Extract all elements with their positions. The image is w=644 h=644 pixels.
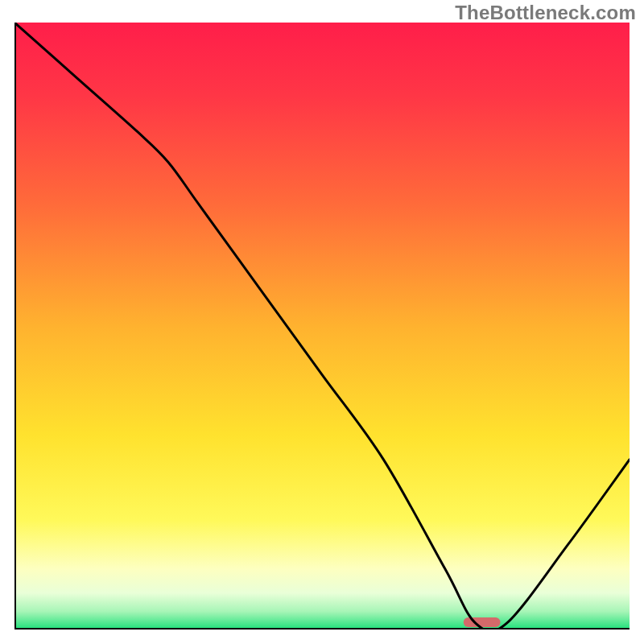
plot-svg xyxy=(14,23,630,630)
chart-stage: TheBottleneck.com xyxy=(0,0,644,644)
watermark-text: TheBottleneck.com xyxy=(455,2,636,24)
optimal-marker xyxy=(464,617,501,627)
bottleneck-plot xyxy=(14,23,630,630)
plot-background xyxy=(14,23,630,630)
